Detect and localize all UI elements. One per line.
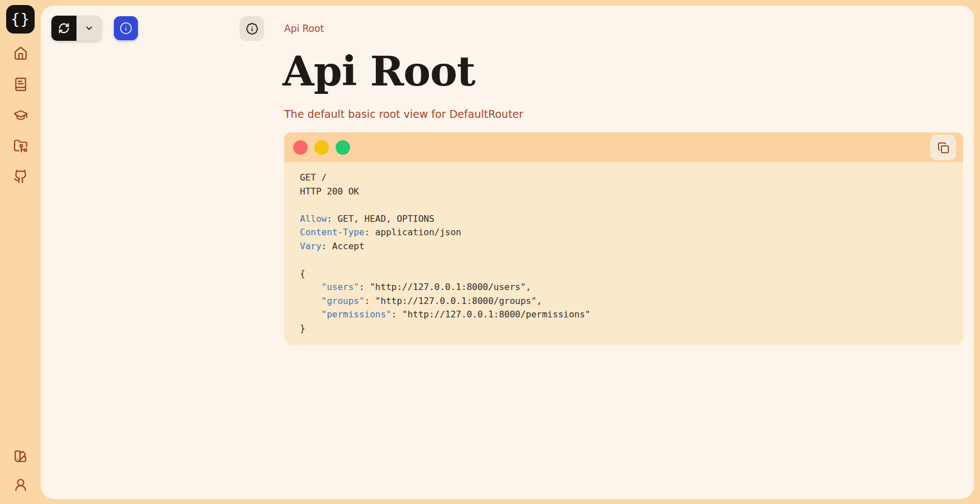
window-dot-red — [293, 140, 308, 155]
response-terminal-card: GET / HTTP 200 OK Allow: GET, HEAD, OPTI… — [284, 132, 963, 345]
response-header-content-type: Content-Type: application/json — [300, 226, 948, 240]
json-entry-groups: "groups": "http://127.0.0.1:8000/groups"… — [300, 294, 948, 308]
sidebar-item-learn[interactable] — [13, 108, 28, 122]
header-value: : GET, HEAD, OPTIONS — [327, 213, 434, 224]
json-value: : "http://127.0.0.1:8000/permissions" — [391, 309, 590, 320]
request-line: GET / — [300, 171, 948, 185]
refresh-split-button — [51, 16, 102, 41]
blank-line — [300, 253, 948, 267]
header-value: : Accept — [322, 241, 365, 251]
json-key: "permissions" — [300, 309, 391, 320]
sidebar-nav — [0, 46, 41, 184]
house-icon — [13, 46, 28, 61]
graduation-cap-icon — [13, 108, 28, 122]
main-panel: Api Root Api Root The default basic root… — [41, 6, 974, 499]
json-entry-permissions: "permissions": "http://127.0.0.1:8000/pe… — [300, 308, 948, 322]
page-subtitle: The default basic root view for DefaultR… — [284, 108, 523, 120]
options-info-button[interactable] — [114, 16, 138, 40]
swatch-book-icon — [13, 449, 28, 463]
sidebar-bottom-nav — [0, 449, 41, 492]
json-value: : "http://127.0.0.1:8000/groups", — [365, 296, 542, 306]
window-dot-green — [336, 140, 350, 155]
sidebar-item-api[interactable] — [13, 139, 28, 153]
json-close-brace: } — [300, 322, 948, 336]
refresh-icon — [58, 22, 70, 34]
header-key: Content-Type — [300, 227, 365, 237]
breadcrumb[interactable]: Api Root — [284, 23, 324, 34]
response-header-allow: Allow: GET, HEAD, OPTIONS — [300, 212, 948, 226]
app-logo[interactable]: {} — [6, 5, 35, 34]
header-value: : application/json — [365, 227, 461, 237]
view-description-button[interactable] — [240, 16, 264, 41]
github-icon — [13, 169, 28, 184]
page-title: Api Root — [283, 46, 475, 97]
sidebar-item-github[interactable] — [13, 169, 28, 184]
json-value: : "http://127.0.0.1:8000/users", — [359, 282, 531, 292]
folder-git-icon — [13, 139, 28, 153]
copy-icon — [938, 142, 949, 154]
http-response: GET / HTTP 200 OK Allow: GET, HEAD, OPTI… — [284, 162, 963, 345]
json-key: "users" — [300, 282, 359, 292]
json-key: "groups" — [300, 296, 365, 306]
terminal-titlebar — [284, 132, 963, 162]
user-icon — [13, 478, 28, 492]
theme-switcher-button[interactable] — [13, 449, 28, 463]
sidebar: {} — [0, 0, 41, 504]
book-text-icon — [13, 77, 28, 92]
badge-info-icon — [246, 22, 259, 35]
blank-line — [300, 198, 948, 212]
chevron-down-icon — [84, 23, 94, 33]
account-button[interactable] — [13, 478, 28, 492]
sidebar-item-home[interactable] — [13, 46, 28, 61]
json-open-brace: { — [300, 267, 948, 281]
refresh-dropdown-button[interactable] — [77, 16, 102, 41]
copy-button[interactable] — [930, 135, 956, 160]
window-dot-yellow — [314, 140, 329, 155]
header-key: Vary — [300, 241, 322, 251]
braces-logo-glyph: {} — [11, 10, 30, 29]
header-key: Allow — [300, 213, 327, 224]
sidebar-item-docs[interactable] — [13, 77, 28, 92]
json-entry-users: "users": "http://127.0.0.1:8000/users", — [300, 280, 948, 294]
status-line: HTTP 200 OK — [300, 185, 948, 199]
circle-info-icon — [119, 22, 132, 35]
refresh-button[interactable] — [51, 16, 77, 41]
response-header-vary: Vary: Accept — [300, 240, 948, 254]
